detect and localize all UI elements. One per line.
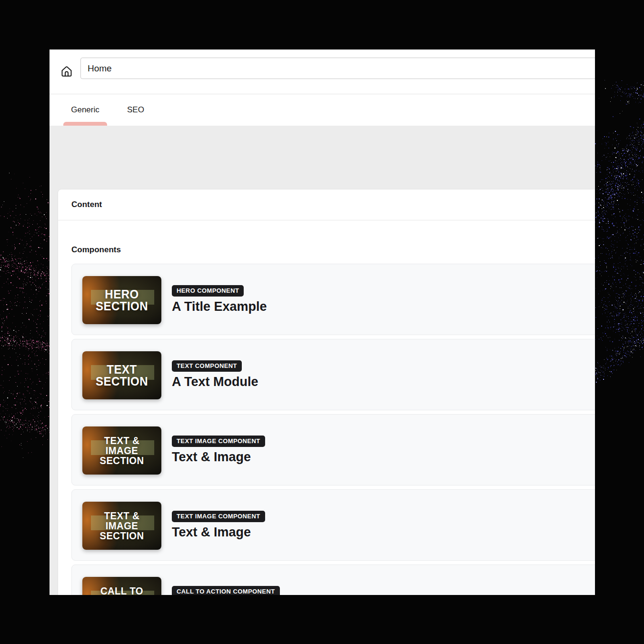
component-row[interactable]: TEXTSECTION TEXT COMPONENT A Text Module	[71, 339, 595, 410]
tab-generic[interactable]: Generic	[63, 94, 107, 126]
component-thumbnail: TEXT &IMAGESECTION	[82, 502, 161, 550]
component-thumbnail: TEXTSECTION	[82, 351, 161, 399]
home-icon	[60, 65, 73, 78]
workspace: Content Components HEROSECTION HERO COMP…	[50, 126, 595, 595]
component-title: A Title Example	[172, 299, 267, 314]
toolbar	[50, 50, 595, 94]
tab-bar: GenericSEO	[50, 94, 595, 126]
breadcrumb-input[interactable]	[80, 58, 595, 79]
component-row[interactable]: TEXT &IMAGESECTION TEXT IMAGE COMPONENT …	[71, 414, 595, 485]
component-row[interactable]: HEROSECTION HERO COMPONENT A Title Examp…	[71, 264, 595, 335]
tab-seo[interactable]: SEO	[126, 94, 145, 126]
app-window: GenericSEO Content Components HEROSECTIO…	[50, 50, 595, 595]
component-title: Text & Image	[172, 525, 265, 540]
components-label: Components	[71, 245, 595, 255]
thumbnail-text: HEROSECTION	[84, 276, 159, 324]
section-title: Content	[58, 189, 595, 220]
home-button[interactable]	[59, 63, 75, 79]
component-title: A Text Module	[172, 375, 258, 389]
component-type-badge: TEXT COMPONENT	[172, 360, 242, 372]
component-thumbnail: TEXT &IMAGESECTION	[82, 426, 161, 475]
component-list: HEROSECTION HERO COMPONENT A Title Examp…	[71, 264, 595, 595]
thumbnail-text: CALL TOACTIONSECTION	[84, 577, 159, 595]
component-row[interactable]: CALL TOACTIONSECTION CALL TO ACTION COMP…	[71, 565, 595, 595]
component-type-badge: CALL TO ACTION COMPONENT	[172, 586, 280, 595]
component-type-badge: TEXT IMAGE COMPONENT	[172, 436, 265, 447]
component-type-badge: HERO COMPONENT	[172, 285, 244, 297]
component-thumbnail: HEROSECTION	[82, 276, 161, 324]
content-card: Content Components HEROSECTION HERO COMP…	[58, 189, 595, 595]
component-row[interactable]: TEXT &IMAGESECTION TEXT IMAGE COMPONENT …	[71, 489, 595, 561]
component-type-badge: TEXT IMAGE COMPONENT	[172, 511, 265, 522]
component-title: Text & Image	[172, 450, 265, 465]
thumbnail-text: TEXT &IMAGESECTION	[84, 426, 159, 475]
thumbnail-text: TEXT &IMAGESECTION	[84, 502, 159, 550]
thumbnail-text: TEXTSECTION	[84, 351, 159, 399]
component-thumbnail: CALL TOACTIONSECTION	[82, 577, 161, 595]
